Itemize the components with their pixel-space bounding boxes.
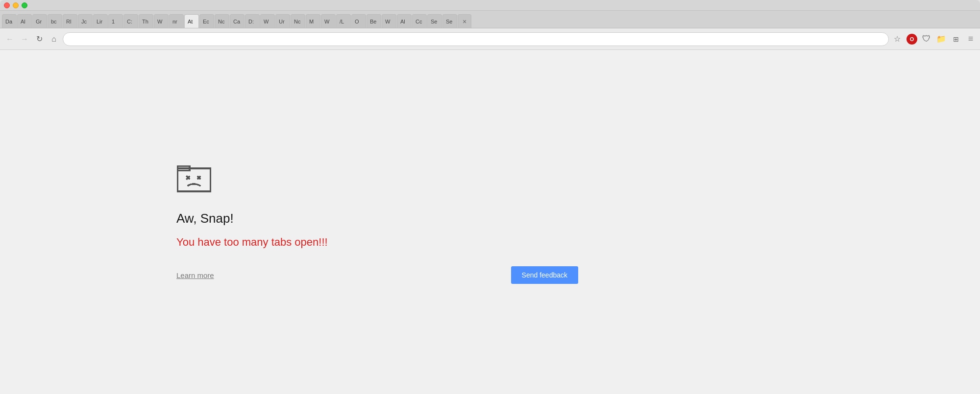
- browser-tab-7[interactable]: 1: [108, 14, 123, 28]
- browser-tab-3[interactable]: bc: [48, 14, 62, 28]
- address-bar-row: ← → ↻ ⌂ ☆ O 🛡 📁 ⊞ ≡: [0, 28, 980, 50]
- learn-more-link[interactable]: Learn more: [176, 271, 214, 279]
- browser-tab-20[interactable]: M: [306, 14, 320, 28]
- browser-tab-8[interactable]: C:: [123, 14, 138, 28]
- browser-tab-22[interactable]: /L: [336, 14, 351, 28]
- browser-tab-19[interactable]: Nc: [291, 14, 305, 28]
- browser-tab-9[interactable]: Th: [139, 14, 153, 28]
- tab-bar: DaAlGrbcRlJcLir1C:ThWnrAtEcNcCaD:WUrNcMW…: [0, 11, 980, 28]
- close-window-button[interactable]: [4, 2, 10, 8]
- forward-icon: →: [21, 35, 28, 44]
- folder-icon[interactable]: 📁: [936, 34, 947, 45]
- new-tab-button[interactable]: ×: [458, 14, 471, 28]
- opera-icon[interactable]: O: [906, 34, 917, 45]
- browser-tab-28[interactable]: Se: [427, 14, 442, 28]
- error-container: Aw, Snap! You have too many tabs open!!!…: [176, 160, 578, 284]
- browser-tab-29[interactable]: Se: [442, 14, 457, 28]
- browser-tab-23[interactable]: O: [351, 14, 366, 28]
- send-feedback-button[interactable]: Send feedback: [511, 266, 578, 284]
- toolbar-icons: ☆ O 🛡 📁 ⊞ ≡: [892, 34, 976, 45]
- browser-window: DaAlGrbcRlJcLir1C:ThWnrAtEcNcCaD:WUrNcMW…: [0, 0, 980, 394]
- forward-button[interactable]: →: [19, 33, 30, 45]
- extensions-icon[interactable]: ⊞: [951, 34, 961, 45]
- browser-tab-12[interactable]: At: [184, 14, 199, 28]
- reload-icon: ↻: [36, 34, 43, 44]
- browser-tab-11[interactable]: nr: [169, 14, 184, 28]
- home-icon: ⌂: [51, 35, 56, 44]
- browser-tab-4[interactable]: Rl: [63, 14, 77, 28]
- traffic-lights: [4, 2, 27, 8]
- browser-tab-26[interactable]: Al: [397, 14, 412, 28]
- browser-tab-1[interactable]: Al: [17, 14, 32, 28]
- maximize-window-button[interactable]: [22, 2, 27, 8]
- shield-icon[interactable]: 🛡: [921, 34, 932, 45]
- browser-tab-25[interactable]: W: [382, 14, 396, 28]
- browser-tab-0[interactable]: Da: [2, 14, 17, 28]
- back-icon: ←: [6, 35, 14, 44]
- browser-tab-10[interactable]: W: [154, 14, 169, 28]
- error-title: Aw, Snap!: [176, 211, 234, 226]
- browser-tab-14[interactable]: Nc: [215, 14, 229, 28]
- error-message: You have too many tabs open!!!: [176, 236, 328, 249]
- title-bar: [0, 0, 980, 11]
- browser-tab-5[interactable]: Jc: [78, 14, 93, 28]
- browser-tab-16[interactable]: D:: [245, 14, 260, 28]
- bookmark-star-icon[interactable]: ☆: [892, 34, 903, 45]
- error-icon-area: [176, 160, 212, 197]
- page-content: Aw, Snap! You have too many tabs open!!!…: [0, 50, 980, 394]
- minimize-window-button[interactable]: [13, 2, 19, 8]
- home-button[interactable]: ⌂: [48, 33, 60, 45]
- sad-folder-icon: [176, 160, 212, 195]
- browser-tab-17[interactable]: W: [260, 14, 275, 28]
- browser-tab-13[interactable]: Ec: [199, 14, 214, 28]
- browser-tab-6[interactable]: Lir: [93, 14, 108, 28]
- browser-tab-24[interactable]: Be: [367, 14, 381, 28]
- back-button[interactable]: ←: [4, 33, 16, 45]
- error-actions: Learn more Send feedback: [176, 266, 578, 284]
- browser-tab-2[interactable]: Gr: [32, 14, 47, 28]
- address-bar[interactable]: [63, 32, 889, 46]
- url-input[interactable]: [69, 35, 882, 43]
- browser-tab-15[interactable]: Ca: [230, 14, 245, 28]
- browser-tab-21[interactable]: W: [321, 14, 336, 28]
- svg-rect-0: [177, 168, 211, 191]
- browser-tab-27[interactable]: Cc: [412, 14, 427, 28]
- reload-button[interactable]: ↻: [33, 33, 45, 45]
- menu-icon[interactable]: ≡: [965, 34, 976, 45]
- browser-tab-18[interactable]: Ur: [275, 14, 290, 28]
